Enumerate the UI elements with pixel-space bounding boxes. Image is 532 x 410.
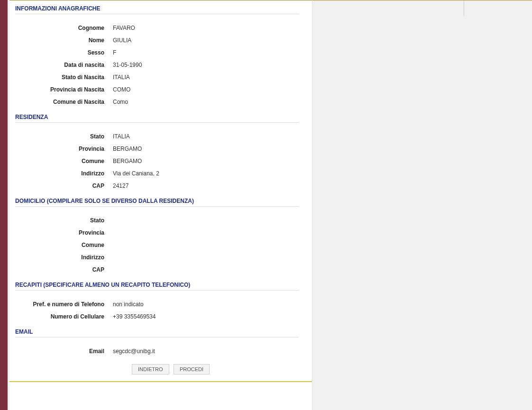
value-res-cap: 24127 (113, 182, 128, 189)
value-cognome: FAVARO (113, 25, 135, 31)
section-title-domicilio: DOMICILIO (COMPILARE SOLO SE DIVERSO DAL… (15, 195, 299, 207)
label-sesso: Sesso (15, 49, 113, 56)
right-divider (464, 0, 464, 16)
label-dom-provincia: Provincia (15, 229, 113, 236)
label-dom-indirizzo: Indirizzo (15, 254, 113, 261)
value-res-indirizzo: Via dei Caniana, 2 (113, 170, 159, 177)
label-cellulare: Numero di Cellulare (15, 313, 113, 320)
section-title-anagrafiche: INFORMAZIONI ANAGRAFICHE (15, 2, 299, 14)
row-cognome: Cognome FAVARO (15, 22, 303, 34)
row-res-stato: Stato ITALIA (15, 130, 303, 143)
row-provincia-nascita: Provincia di Nascita COMO (15, 83, 303, 96)
label-provincia-nascita: Provincia di Nascita (15, 86, 113, 93)
section-title-email: EMAIL (15, 326, 299, 337)
right-pane (312, 0, 532, 410)
label-nome: Nome (15, 37, 113, 44)
row-res-provincia: Provincia BERGAMO (15, 143, 303, 155)
main-panel: INFORMAZIONI ANAGRAFICHE Cognome FAVARO … (9, 0, 312, 410)
value-comune-nascita: Como (113, 99, 128, 105)
value-data-nascita: 31-05-1990 (113, 62, 142, 68)
proceed-button[interactable]: PROCEDI (174, 364, 210, 374)
row-res-comune: Comune BERGAMO (15, 155, 303, 167)
label-telefono: Pref. e numero di Telefono (15, 301, 113, 308)
value-email: segcdc@unibg.it (113, 348, 155, 355)
row-dom-provincia: Provincia (15, 227, 303, 239)
value-res-provincia: BERGAMO (113, 146, 142, 152)
row-res-cap: CAP 24127 (15, 180, 303, 192)
button-row: INDIETRO PROCEDI (15, 360, 303, 378)
label-comune-nascita: Comune di Nascita (15, 99, 113, 105)
label-stato-nascita: Stato di Nascita (15, 74, 113, 81)
value-telefono: non indicato (113, 301, 144, 308)
left-sidebar-strip (0, 0, 8, 410)
value-sesso: F (113, 49, 116, 56)
row-comune-nascita: Comune di Nascita Como (15, 96, 303, 108)
label-res-cap: CAP (15, 182, 113, 189)
row-stato-nascita: Stato di Nascita ITALIA (15, 71, 303, 83)
value-res-comune: BERGAMO (113, 158, 142, 164)
value-nome: GIULIA (113, 37, 131, 44)
value-cellulare: +39 3355469534 (113, 313, 156, 320)
section-anagrafiche: Cognome FAVARO Nome GIULIA Sesso F Data … (15, 14, 303, 111)
label-email: Email (15, 348, 113, 355)
bottom-accent-line (9, 381, 312, 382)
label-data-nascita: Data di nascita (15, 62, 113, 68)
row-nome: Nome GIULIA (15, 34, 303, 46)
value-provincia-nascita: COMO (113, 86, 130, 93)
label-res-stato: Stato (15, 133, 113, 140)
row-sesso: Sesso F (15, 46, 303, 59)
row-res-indirizzo: Indirizzo Via dei Caniana, 2 (15, 167, 303, 180)
row-email: Email segcdc@unibg.it (15, 345, 303, 357)
row-telefono: Pref. e numero di Telefono non indicato (15, 298, 303, 310)
row-dom-stato: Stato (15, 214, 303, 227)
section-recapiti: Pref. e numero di Telefono non indicato … (15, 291, 303, 326)
section-title-recapiti: RECAPITI (SPECIFICARE ALMENO UN RECAPITO… (15, 279, 299, 291)
back-button[interactable]: INDIETRO (132, 364, 169, 374)
label-res-provincia: Provincia (15, 146, 113, 152)
section-title-residenza: RESIDENZA (15, 111, 299, 123)
label-res-comune: Comune (15, 158, 113, 164)
row-data-nascita: Data di nascita 31-05-1990 (15, 59, 303, 71)
row-cellulare: Numero di Cellulare +39 3355469534 (15, 310, 303, 323)
section-email: Email segcdc@unibg.it (15, 337, 303, 360)
label-dom-stato: Stato (15, 217, 113, 224)
row-dom-comune: Comune (15, 239, 303, 251)
label-res-indirizzo: Indirizzo (15, 170, 113, 177)
value-stato-nascita: ITALIA (113, 74, 130, 81)
value-res-stato: ITALIA (113, 133, 130, 140)
section-domicilio: Stato Provincia Comune Indirizzo CAP (15, 207, 303, 279)
row-dom-indirizzo: Indirizzo (15, 251, 303, 264)
label-dom-cap: CAP (15, 266, 113, 273)
section-residenza: Stato ITALIA Provincia BERGAMO Comune BE… (15, 123, 303, 195)
row-dom-cap: CAP (15, 264, 303, 276)
label-cognome: Cognome (15, 25, 113, 31)
label-dom-comune: Comune (15, 242, 113, 248)
